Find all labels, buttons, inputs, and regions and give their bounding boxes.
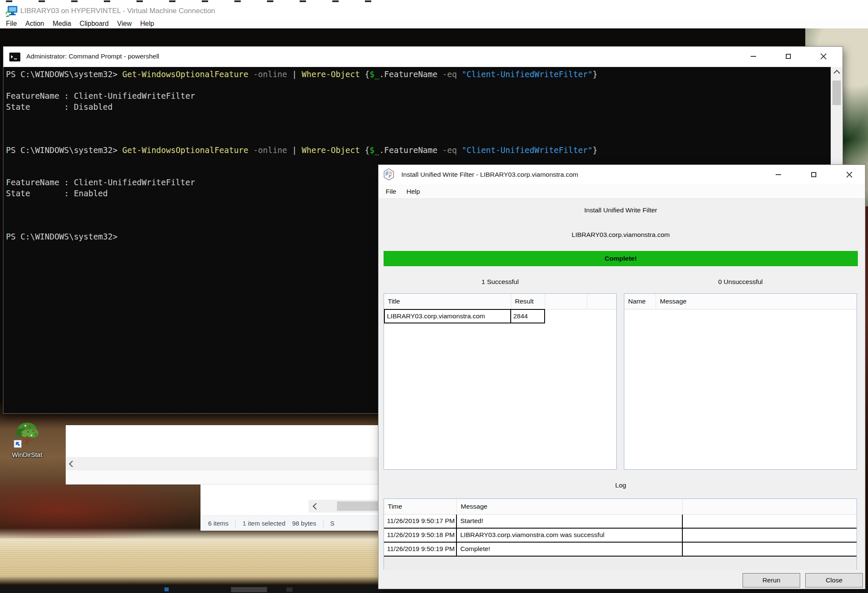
vmconnect-titlebar[interactable]: LIBRARY03 on HYPERVINTEL - Virtual Machi… <box>0 3 868 19</box>
column-header-time[interactable]: Time <box>384 499 457 514</box>
dialog-menu-help[interactable]: Help <box>401 188 425 195</box>
taskbar-icon[interactable] <box>231 587 267 592</box>
column-header-empty[interactable] <box>545 294 587 309</box>
console-line: PS C:\WINDOWS\system32> Get-WindowsOptio… <box>6 145 831 156</box>
log-row[interactable]: 11/26/2019 9:50:19 PMComplete! <box>384 543 857 557</box>
host-menubar: FileActionMediaClipboardViewHelp <box>0 19 868 28</box>
status-separator <box>323 520 323 527</box>
success-table-row[interactable]: LIBRARY03.corp.viamonstra.com 2844 <box>384 309 545 323</box>
minimize-icon <box>776 174 781 175</box>
dialog-close-button[interactable] <box>840 165 859 184</box>
success-row-result: 2844 <box>511 309 545 323</box>
taskbar-icon[interactable] <box>287 587 292 592</box>
screen: WinDirStat 6 items1 item selected98 byte… <box>0 0 868 593</box>
explorer-statusbar: 6 items1 item selected98 bytesS <box>200 515 378 531</box>
console-close-button[interactable] <box>814 47 833 66</box>
status-item: S <box>330 520 334 527</box>
dialog-minimize-button[interactable] <box>768 165 788 184</box>
desktop-background-book-pages <box>0 537 381 584</box>
horizontal-scrollbar[interactable] <box>66 457 378 471</box>
maximize-icon <box>811 172 816 177</box>
maximize-icon <box>786 54 791 59</box>
command-prompt-icon <box>9 53 20 61</box>
console-line: State : Disabled <box>6 102 831 113</box>
status-banner: Complete! <box>384 251 858 266</box>
failure-table-header: Name Message <box>624 294 857 309</box>
toolbar-icon-slivers <box>6 0 379 2</box>
console-line: FeatureName : Client-UnifiedWriteFilter <box>6 91 831 102</box>
dialog-menu-file[interactable]: File <box>381 188 401 195</box>
hyperv-vm-icon <box>5 6 18 17</box>
log-table-header: Time Message <box>384 499 857 515</box>
column-header-name[interactable]: Name <box>624 294 656 309</box>
log-table-footer <box>384 557 857 570</box>
scrollbar-thumb[interactable] <box>832 81 841 105</box>
explorer-statusbar-window: 6 items1 item selected98 bytesS <box>200 484 378 531</box>
console-maximize-button[interactable] <box>779 47 798 66</box>
host-menu-help[interactable]: Help <box>136 19 159 28</box>
rerun-button[interactable]: Rerun <box>743 573 800 587</box>
dialog-titlebar[interactable]: Install Unified Write Filter - LIBRARY03… <box>378 165 865 184</box>
success-table-header: Title Result <box>384 294 616 309</box>
log-row[interactable]: 11/26/2019 9:50:18 PMLIBRARY03.corp.viam… <box>384 529 857 543</box>
successful-count-label: 1 Successful <box>384 278 617 286</box>
close-button[interactable]: Close <box>805 573 863 587</box>
shortcut-label: WinDirStat <box>6 451 48 458</box>
dialog-title: Install Unified Write Filter - LIBRARY03… <box>401 171 578 178</box>
windirstat-tree-icon <box>13 420 41 448</box>
success-table[interactable]: Title Result LIBRARY03.corp.viamonstra.c… <box>384 293 617 470</box>
dialog-maximize-button[interactable] <box>804 165 823 184</box>
host-window-title: LIBRARY03 on HYPERVINTEL - Virtual Machi… <box>20 7 215 15</box>
column-header-title[interactable]: Title <box>384 294 511 309</box>
desktop-shortcut-windirstat[interactable]: WinDirStat <box>6 420 48 458</box>
close-icon <box>820 53 827 60</box>
console-window-title: Administrator: Command Prompt - powershe… <box>26 53 159 60</box>
column-header-log-message[interactable]: Message <box>457 499 683 514</box>
console-titlebar[interactable]: Administrator: Command Prompt - powershe… <box>3 47 843 67</box>
status-item: 98 bytes <box>292 520 316 527</box>
log-table-body: 11/26/2019 9:50:17 PMStarted!11/26/2019 … <box>384 515 857 557</box>
scroll-left-icon[interactable] <box>69 461 76 468</box>
host-menu-clipboard[interactable]: Clipboard <box>75 19 113 28</box>
console-line <box>6 80 831 91</box>
host-menu-view[interactable]: View <box>113 19 136 28</box>
column-header-message[interactable]: Message <box>656 294 857 309</box>
panel-footer <box>66 471 378 484</box>
scroll-up-icon[interactable] <box>831 67 843 79</box>
success-row-title: LIBRARY03.corp.viamonstra.com <box>384 309 511 323</box>
failure-table[interactable]: Name Message <box>624 293 857 470</box>
status-item: 1 item selected <box>242 520 285 527</box>
column-header-result[interactable]: Result <box>511 294 545 309</box>
dialog-heading: Install Unified Write Filter <box>384 206 858 214</box>
host-menu-action[interactable]: Action <box>21 19 48 28</box>
host-menu-media[interactable]: Media <box>48 19 75 28</box>
console-line: PS C:\WINDOWS\system32> Get-WindowsOptio… <box>6 69 831 80</box>
status-item: 6 items <box>208 520 228 527</box>
console-minimize-button[interactable] <box>743 47 763 66</box>
console-line <box>6 134 831 145</box>
explorer-window-partial <box>66 425 378 484</box>
console-line <box>6 112 831 123</box>
minimize-icon <box>751 56 756 57</box>
close-icon <box>846 171 853 178</box>
log-table[interactable]: Time Message 11/26/2019 9:50:17 PMStarte… <box>384 498 857 570</box>
host-menu-file[interactable]: File <box>2 19 21 28</box>
scroll-left-icon[interactable] <box>313 503 320 510</box>
dialog-menubar: FileHelp <box>378 184 865 199</box>
install-uwf-dialog: Install Unified Write Filter - LIBRARY03… <box>378 165 865 589</box>
taskbar-icon[interactable] <box>164 587 169 591</box>
log-row[interactable]: 11/26/2019 9:50:17 PMStarted! <box>384 515 857 529</box>
app-hexagon-icon <box>383 168 395 181</box>
console-line <box>6 123 831 134</box>
log-section-label: Log <box>384 482 858 489</box>
status-separator <box>235 520 236 527</box>
scrollbar-thumb[interactable] <box>337 501 378 511</box>
unsuccessful-count-label: 0 Unsuccessful <box>624 278 857 286</box>
target-host-label: LIBRARY03.corp.viamonstra.com <box>384 231 858 239</box>
